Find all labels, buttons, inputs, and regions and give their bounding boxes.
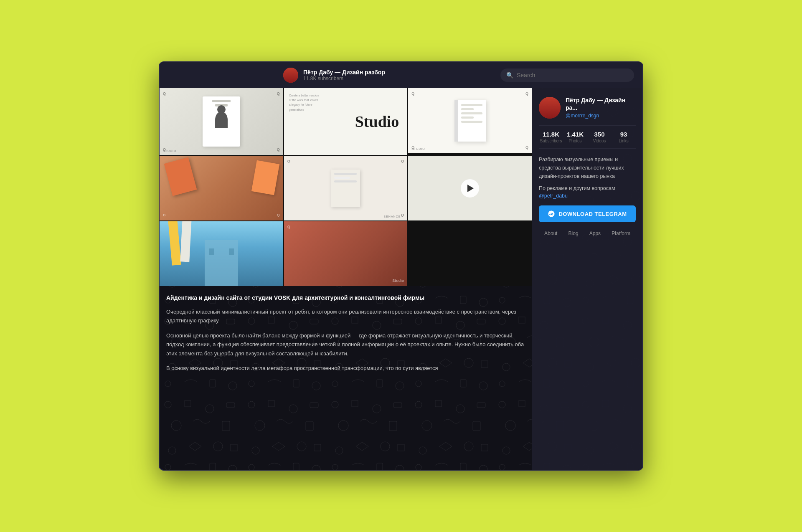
grid-item-mid-left[interactable]: Q Q Q Q Studio: [408, 88, 532, 155]
main-content: Q Q Q Q Studio Create a better versionof…: [160, 88, 642, 470]
stat-links: 93 Links: [612, 131, 636, 143]
post-paragraph-2: Основной целью проекта было найти баланс…: [166, 331, 525, 358]
nav-about[interactable]: About: [541, 229, 561, 238]
feed-column[interactable]: Q Q Q Q Studio Create a better versionof…: [160, 88, 532, 470]
img-top-right: Create a better versionof the work that …: [284, 88, 408, 155]
profile-stats: 11.8K Subscribers 1.41K Photos 350 Video…: [539, 125, 636, 149]
stat-photos: 1.41K Photos: [563, 131, 587, 143]
img-bot-right: Q Studio: [284, 221, 408, 286]
grid-item-bot-right[interactable]: Q Studio: [284, 221, 408, 286]
stat-subscribers-label: Subscribers: [539, 139, 563, 143]
grid-item-bot-center[interactable]: [160, 221, 283, 286]
img-bot-center: [160, 221, 283, 286]
post-paragraph-3: В основу визуальной идентности легла мет…: [166, 364, 525, 372]
stat-subscribers: 11.8K Subscribers: [539, 131, 563, 143]
post-title: Айдентика и дизайн сайта от студии VOSK …: [166, 294, 525, 302]
nav-apps[interactable]: Apps: [586, 229, 604, 238]
grid-item-top-right[interactable]: Create a better versionof the work that …: [284, 88, 408, 155]
search-container: 🔍: [500, 68, 634, 82]
stat-links-label: Links: [612, 139, 636, 143]
play-button[interactable]: [461, 179, 479, 198]
channel-text-info: Пётр Дабу — Дизайн разбор 11.8K subscrib…: [303, 69, 385, 81]
profile-panel: Пётр Дабу — Дизайн ра... @morrre_dsgn 11…: [532, 88, 642, 470]
profile-avatar: [539, 97, 561, 119]
stat-videos-value: 350: [587, 131, 612, 138]
avatar-image: [283, 68, 298, 83]
studio-text: Studio: [355, 112, 399, 131]
img-mid-center: B Q: [160, 156, 283, 220]
grid-item-mid-center[interactable]: B Q: [160, 156, 283, 220]
grid-item-mid-right[interactable]: Q Q Q Behance→: [284, 156, 408, 220]
stat-photos-value: 1.41K: [563, 131, 587, 138]
channel-name: Пётр Дабу — Дизайн разбор: [303, 69, 385, 76]
grid-item-top-left[interactable]: Q Q Q Q Studio: [160, 88, 283, 155]
img-mid-right: Q Q Q Behance→: [284, 156, 408, 220]
profile-contact-label: По рекламе и другим вопросам: [539, 185, 636, 191]
profile-description: Разбираю визуальные приемы и средства вы…: [539, 155, 636, 180]
img-top-left: Q Q Q Q Studio: [160, 88, 283, 155]
profile-info: Пётр Дабу — Дизайн ра... @morrre_dsgn: [566, 96, 636, 119]
profile-name: Пётр Дабу — Дизайн ра...: [566, 96, 636, 111]
search-icon: 🔍: [506, 72, 513, 79]
app-window: Пётр Дабу — Дизайн разбор 11.8K subscrib…: [159, 61, 643, 471]
profile-header: Пётр Дабу — Дизайн ра... @morrre_dsgn: [539, 96, 636, 119]
stat-subscribers-value: 11.8K: [539, 131, 563, 138]
header: Пётр Дабу — Дизайн разбор 11.8K subscrib…: [160, 62, 642, 88]
img-bot-left: [408, 156, 532, 220]
nav-platform[interactable]: Platform: [608, 229, 634, 238]
post-paragraph-1: Очередной классный минималистичный проек…: [166, 307, 525, 325]
stat-videos: 350 Videos: [587, 131, 612, 143]
profile-contact-link[interactable]: @petr_dabu: [539, 193, 636, 199]
profile-avatar-image: [539, 97, 561, 119]
stat-photos-label: Photos: [563, 139, 587, 143]
download-telegram-button[interactable]: DOWNLOAD TELEGRAM: [539, 205, 636, 222]
post-text-content: Айдентика и дизайн сайта от студии VOSK …: [160, 286, 532, 386]
img-mid-left: Q Q Q Q Studio: [408, 88, 532, 153]
post-image-grid: Q Q Q Q Studio Create a better versionof…: [160, 88, 532, 286]
search-input[interactable]: [517, 72, 628, 79]
search-wrapper[interactable]: 🔍: [500, 68, 634, 82]
nav-blog[interactable]: Blog: [565, 229, 582, 238]
channel-avatar: [283, 68, 298, 83]
channel-header-info[interactable]: Пётр Дабу — Дизайн разбор 11.8K subscrib…: [168, 68, 500, 83]
download-btn-label: DOWNLOAD TELEGRAM: [558, 211, 627, 217]
channel-subscribers: 11.8K subscribers: [303, 76, 385, 81]
profile-handle[interactable]: @morrre_dsgn: [566, 113, 636, 119]
profile-nav: About Blog Apps Platform: [539, 229, 636, 238]
telegram-icon: [548, 210, 555, 218]
stat-links-value: 93: [612, 131, 636, 138]
stat-videos-label: Videos: [587, 139, 612, 143]
grid-item-bot-left[interactable]: [408, 156, 532, 220]
